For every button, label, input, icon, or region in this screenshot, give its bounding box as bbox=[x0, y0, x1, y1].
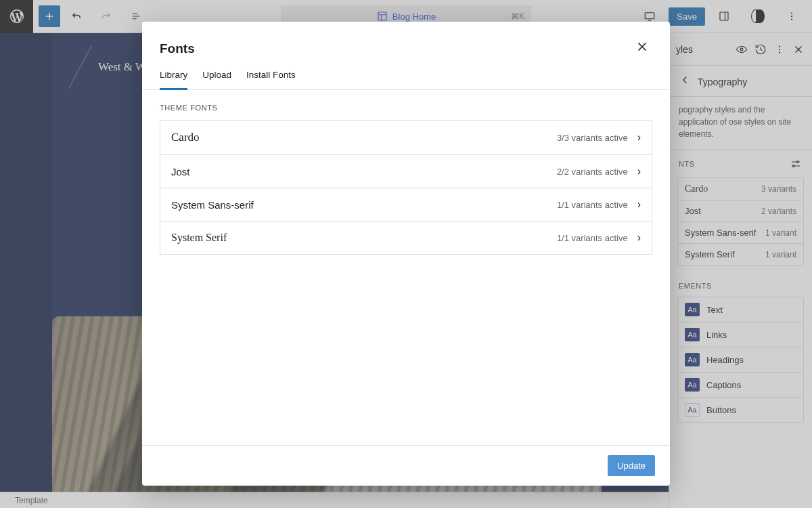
font-card[interactable]: System Sans-serif 1/1 variants active › bbox=[160, 188, 652, 221]
font-card[interactable]: System Serif 1/1 variants active › bbox=[160, 221, 652, 254]
modal-title: Fonts bbox=[160, 41, 195, 56]
chevron-right-icon: › bbox=[637, 232, 641, 244]
modal-overlay[interactable]: Fonts LibraryUploadInstall Fonts THEME F… bbox=[0, 0, 812, 508]
font-card-name: System Serif bbox=[171, 232, 227, 244]
font-card-status: 1/1 variants active bbox=[557, 200, 628, 210]
font-card[interactable]: Jost 2/2 variants active › bbox=[160, 155, 652, 188]
font-card-status: 2/2 variants active bbox=[557, 167, 628, 177]
chevron-right-icon: › bbox=[637, 131, 641, 144]
modal-tab-library[interactable]: Library bbox=[160, 70, 187, 90]
font-card[interactable]: Cardo 3/3 variants active › bbox=[160, 121, 652, 155]
font-group-label: THEME FONTS bbox=[160, 104, 652, 112]
update-button[interactable]: Update bbox=[608, 455, 655, 476]
modal-tab-install-fonts[interactable]: Install Fonts bbox=[246, 70, 296, 89]
font-card-name: Jost bbox=[171, 166, 190, 177]
chevron-right-icon: › bbox=[637, 198, 641, 211]
modal-tab-upload[interactable]: Upload bbox=[202, 70, 231, 89]
font-card-status: 3/3 variants active bbox=[557, 133, 628, 143]
font-card-status: 1/1 variants active bbox=[557, 233, 628, 243]
close-icon bbox=[635, 39, 650, 54]
font-card-name: System Sans-serif bbox=[171, 199, 254, 211]
close-modal-button[interactable] bbox=[632, 37, 652, 60]
font-card-name: Cardo bbox=[171, 131, 200, 144]
chevron-right-icon: › bbox=[637, 165, 641, 177]
fonts-modal: Fonts LibraryUploadInstall Fonts THEME F… bbox=[142, 22, 670, 486]
